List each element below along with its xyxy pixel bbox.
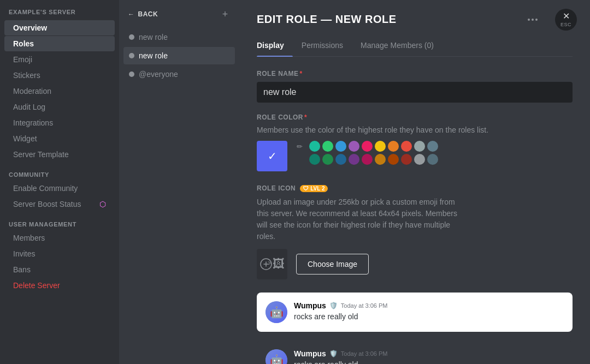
color-row-2 — [294, 154, 438, 165]
page-header: EDIT ROLE — NEW ROLE — [257, 13, 573, 26]
more-options-button[interactable] — [523, 16, 542, 23]
role-name-input[interactable] — [257, 82, 573, 103]
esc-label: ESC — [560, 22, 571, 27]
color-grid: ✏ — [294, 141, 438, 165]
role-item-new-role-2[interactable]: new role — [123, 47, 235, 64]
color-swatch[interactable] — [388, 154, 399, 165]
esc-button[interactable]: ✕ ESC — [555, 9, 577, 31]
color-swatch[interactable] — [427, 154, 438, 165]
add-role-button[interactable]: + — [220, 9, 231, 20]
more-dot — [535, 19, 538, 21]
color-swatch[interactable] — [322, 141, 333, 152]
image-plus-icon: 🖼 — [273, 257, 285, 271]
color-swatch[interactable] — [427, 141, 438, 152]
back-arrow-icon: ← — [128, 10, 135, 18]
role-color-desc: Members use the color of the highest rol… — [257, 126, 573, 134]
sidebar-item-enable-community[interactable]: Enable Community — [4, 181, 115, 196]
sidebar-item-stickers[interactable]: Stickers — [4, 68, 115, 83]
color-swatch[interactable] — [309, 154, 320, 165]
color-row-1: ✏ — [294, 141, 438, 152]
preview-name-row: Wumpus 🛡️ Today at 3:06 PM — [294, 301, 564, 310]
server-boost-label: Server Boost Status — [13, 200, 81, 208]
tab-display[interactable]: Display — [257, 37, 293, 56]
server-name: EXAMPLE'S SERVER — [0, 9, 119, 20]
sidebar-item-server-boost[interactable]: Server Boost Status ⬡ — [4, 196, 115, 212]
checkmark-icon: ✓ — [268, 150, 277, 163]
preview-username: Wumpus — [294, 301, 326, 310]
preview-timestamp-dark: Today at 3:06 PM — [341, 350, 388, 357]
preview-role-badge-icon: 🛡️ — [329, 302, 338, 309]
tabs: Display Permissions Manage Members (0) — [257, 37, 573, 57]
sidebar-item-roles[interactable]: Roles — [4, 36, 115, 51]
lvl-badge: 🛡 LVL 2 — [300, 185, 328, 192]
required-marker: * — [300, 70, 303, 77]
preview-content: Wumpus 🛡️ Today at 3:06 PM rocks are rea… — [294, 301, 564, 321]
color-swatch[interactable] — [362, 154, 373, 165]
middle-panel: ← BACK + new role new role @everyone — [119, 0, 239, 364]
sidebar-item-widget[interactable]: Widget — [4, 131, 115, 146]
role-name-label: ROLE NAME* — [257, 70, 573, 77]
close-icon: ✕ — [563, 12, 570, 21]
icon-preview: 🖼 — [257, 249, 287, 279]
role-label: new role — [139, 51, 168, 60]
color-swatch[interactable] — [401, 141, 412, 152]
color-swatch[interactable] — [349, 141, 359, 152]
user-management-section-label: USER MANAGEMENT — [0, 212, 119, 230]
sidebar-item-bans[interactable]: Bans — [4, 262, 115, 277]
role-dot — [129, 53, 134, 58]
sidebar-item-emoji[interactable]: Emoji — [4, 52, 115, 67]
selected-color-box[interactable]: ✓ — [257, 141, 287, 171]
back-label: BACK — [138, 10, 158, 18]
role-label: @everyone — [139, 70, 178, 79]
role-color-label: ROLE COLOR* — [257, 114, 573, 121]
avatar: 🤖 — [266, 301, 287, 323]
icon-upload-area: 🖼 Choose Image — [257, 249, 573, 279]
preview-timestamp: Today at 3:06 PM — [341, 302, 388, 309]
back-header: ← BACK + — [123, 9, 235, 28]
main-content: ✕ ESC EDIT ROLE — NEW ROLE Display Permi… — [239, 0, 590, 364]
tab-manage-members[interactable]: Manage Members (0) — [352, 37, 442, 56]
page-title: EDIT ROLE — NEW ROLE — [257, 13, 397, 26]
pen-icon[interactable]: ✏ — [294, 141, 305, 152]
role-item-new-role-1[interactable]: new role — [123, 28, 235, 46]
color-swatch[interactable] — [322, 154, 333, 165]
upload-icon — [259, 258, 273, 271]
preview-role-badge-icon-dark: 🛡️ — [329, 350, 338, 357]
color-swatch[interactable] — [309, 141, 320, 152]
more-dot — [528, 19, 530, 21]
color-swatch[interactable] — [335, 154, 346, 165]
sidebar-item-invites[interactable]: Invites — [4, 246, 115, 261]
more-dot — [532, 19, 534, 21]
color-swatch[interactable] — [388, 141, 399, 152]
color-picker-row: ✓ ✏ — [257, 141, 573, 171]
sidebar-item-audit-log[interactable]: Audit Log — [4, 99, 115, 115]
color-swatch[interactable] — [414, 141, 425, 152]
color-swatch[interactable] — [375, 154, 386, 165]
role-icon-desc: Upload an image under 256kb or pick a cu… — [257, 196, 464, 242]
sidebar-item-overview[interactable]: Overview — [4, 20, 115, 35]
role-icon-section: ROLE ICON 🛡 LVL 2 Upload an image under … — [257, 184, 573, 279]
sidebar-item-delete-server[interactable]: Delete Server — [4, 278, 115, 293]
color-swatch[interactable] — [414, 154, 425, 165]
choose-image-button[interactable]: Choose Image — [296, 254, 369, 275]
preview-white: 🤖 Wumpus 🛡️ Today at 3:06 PM rocks are r… — [257, 293, 573, 332]
avatar: 🤖 — [266, 349, 287, 364]
sidebar-item-moderation[interactable]: Moderation — [4, 83, 115, 99]
role-item-everyone[interactable]: @everyone — [123, 65, 235, 83]
preview-message: rocks are really old — [294, 312, 564, 321]
color-swatch[interactable] — [349, 154, 359, 165]
preview-message-dark: rocks are really old — [294, 360, 564, 364]
color-swatch[interactable] — [362, 141, 373, 152]
preview-content-dark: Wumpus 🛡️ Today at 3:06 PM rocks are rea… — [294, 349, 564, 364]
sidebar-item-server-template[interactable]: Server Template — [4, 147, 115, 162]
role-dot — [129, 71, 134, 77]
color-swatch[interactable] — [335, 141, 346, 152]
color-swatch[interactable] — [375, 141, 386, 152]
sidebar-item-integrations[interactable]: Integrations — [4, 115, 115, 130]
color-swatch[interactable] — [401, 154, 412, 165]
tab-permissions[interactable]: Permissions — [293, 37, 352, 56]
preview-username-dark: Wumpus — [294, 349, 326, 358]
sidebar-item-members[interactable]: Members — [4, 230, 115, 246]
back-button[interactable]: ← BACK — [128, 10, 158, 18]
role-label: new role — [139, 33, 168, 41]
